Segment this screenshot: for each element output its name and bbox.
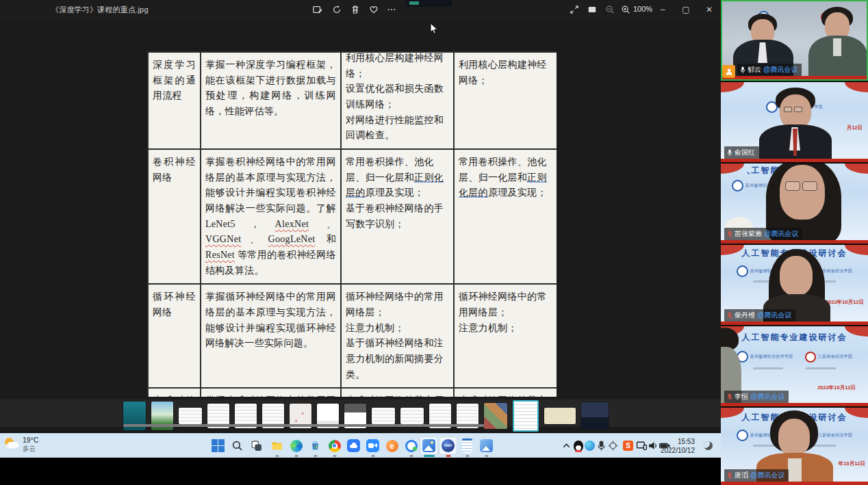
school-logo-right (805, 352, 816, 363)
cell-objective: 掌握卷积神经网络中的常用网络层的基本原理与实现方法，能够设计并编程实现卷积神经网… (201, 149, 341, 284)
participant-name-tag: 柴丹维@腾讯会议 (724, 309, 795, 322)
store-icon[interactable] (307, 437, 324, 454)
cell-key: 常用卷积操作、池化层、归一化层和正则化层的原理及实现； (454, 149, 557, 284)
filmstrip-thumbnail[interactable] (544, 408, 576, 424)
notepad-icon[interactable] (459, 437, 476, 454)
cell-text: 循环神经网络中的常用网络层； 注意力机制； 基于循环神经网络和注意力机制的新闻摘… (346, 289, 449, 382)
maximize-button[interactable]: ▢ (674, 0, 698, 19)
participant-name: 李恒 (735, 392, 748, 402)
sogou-browser-icon[interactable]: e (383, 437, 400, 454)
cloud-drive-icon[interactable] (345, 437, 362, 454)
search-icon[interactable] (229, 437, 246, 454)
cell-topic: 深度学习框架的通用流程 (148, 52, 201, 149)
task-view-icon[interactable] (248, 437, 265, 454)
clock-time: 15:53 (661, 437, 695, 446)
cell-text: 常用卷积操作、池化层、归一化层和正则化层的原理及实现； 基于卷积神经网络的手写数… (346, 155, 449, 232)
weather-temp: 19°C (23, 436, 38, 445)
filmstrip-thumbnail[interactable] (400, 408, 424, 424)
participant-video-5[interactable]: 人工智能专业建设研讨会 苏州健雄职业技术学院 江苏财会职业学院 2022年10月… (721, 326, 868, 406)
screen: 《深度学习》课程的重点.jpg 100% – ▢ ✕ (0, 0, 868, 485)
table-row: 循环神经网络 掌握循环神经网络中的常用网络层的基本原理与实现方法，能够设计并编程… (148, 284, 557, 388)
zoom-in-icon[interactable] (620, 3, 632, 16)
participant-video-2[interactable]: 苏州健雄职业技术学院 月12日 俞国红 (721, 82, 868, 162)
photos-app-window: 《深度学习》课程的重点.jpg 100% – ▢ ✕ (0, 0, 721, 432)
photos-titlebar: 《深度学习》课程的重点.jpg 100% – ▢ ✕ (0, 0, 721, 19)
filmstrip-thumbnail[interactable] (372, 408, 395, 424)
edge-icon[interactable] (288, 437, 305, 454)
gallery-icon[interactable] (478, 437, 495, 454)
text-segment: GoogLeNet (268, 234, 316, 244)
cell-key: 循环神经网络中的常用网络层； 注意力机制； (454, 284, 557, 388)
cell-text: 利用核心层构建神经网 络； 设置优化器和损失函数训练网络； 对网络进行性能监控和… (346, 51, 449, 144)
participant-name-tag: 俞国红 (724, 146, 759, 159)
document-image: 深度学习框架的通用流程 掌握一种深度学习编程框架，能在该框架下进行数据加载与预处… (147, 51, 557, 397)
participant-video-3[interactable]: 人工智能专业建设研讨会 苏州健雄职业技术学院 苗张紫雅@腾讯会议 (721, 163, 868, 244)
edit-image-icon[interactable] (311, 3, 324, 16)
banner-date: 2022年10月12日 (817, 384, 856, 391)
close-button[interactable]: ✕ (698, 0, 721, 19)
banner-date-partial: 年10月12日 (839, 460, 865, 467)
filmstrip (0, 399, 721, 427)
participants-sidebar: 2022 郁云@腾讯会议 (721, 0, 868, 485)
weather-condition: 多云 (23, 445, 38, 452)
participant-name-tag: 李恒@腾讯会议 (724, 391, 789, 403)
cell-key: 生成对抗网络的基本原理； (454, 388, 557, 397)
minimize-button[interactable]: – (651, 0, 674, 19)
favorite-heart-icon[interactable] (368, 3, 380, 16)
participant-video-4[interactable]: 人工智能专业建设研讨会 苏州健雄职业技术学院 江苏财会职业学院 2022年10月… (721, 245, 868, 325)
school-name-right: 江苏财会职业学院 (818, 354, 852, 360)
text-segment: 原理及实现； (488, 187, 547, 198)
photos-app-icon-active[interactable] (420, 437, 437, 454)
participant-name: 苗张紫雅 (735, 229, 762, 239)
taskbar: 19°C 多云 e (0, 433, 721, 458)
participant-name: 郁云 (748, 65, 761, 75)
participant-suffix: @腾讯会议 (757, 311, 791, 320)
course-table: 深度学习框架的通用流程 掌握一种深度学习编程框架，能在该框架下进行数据加载与预处… (147, 51, 557, 397)
qq-browser-icon[interactable] (403, 437, 420, 454)
participant-video-6[interactable]: 人工智能专业建设研讨会 苏州健雄职业技术学院 江苏财会职业学院 年10月12日 … (721, 408, 868, 485)
filmstrip-thumbnail[interactable] (179, 408, 202, 424)
slideshow-icon[interactable] (586, 3, 598, 16)
cell-key: 利用核心层构建神经网络； (454, 52, 557, 149)
participant-name-tag: 唐滔@腾讯会议 (724, 469, 789, 482)
file-explorer-icon[interactable] (268, 437, 285, 454)
chrome-icon[interactable] (326, 437, 343, 454)
cell-content: 循环神经网络中的常用网络层； 注意力机制； 基于循环神经网络和注意力机制的新闻摘… (341, 284, 454, 388)
cell-content: 生成对抗网络的基本原理； 卷积生成对抗网络； 条件生成对抗网络 (341, 388, 454, 397)
filmstrip-thumbnail-selected[interactable] (513, 400, 539, 432)
taskbar-weather-widget[interactable]: 19°C 多云 (4, 436, 38, 452)
weather-icon (4, 437, 19, 451)
start-button[interactable] (209, 437, 227, 454)
text-segment: AlexNet (275, 219, 309, 229)
filmstrip-thumbnail[interactable] (484, 403, 507, 429)
cell-text: 生成对抗网络的基本原理； 卷积生成对抗网络； 条件生成对抗网络 (346, 393, 449, 397)
rotate-icon[interactable] (331, 3, 343, 16)
participant-name: 俞国红 (735, 148, 755, 157)
meeting-sphere-icon-active[interactable] (439, 437, 457, 454)
school-name-right: 江苏财会职业学院 (818, 432, 852, 438)
filmstrip-scrollbar[interactable] (123, 424, 485, 427)
taskbar-clock[interactable]: 15:53 2022/10/12 (661, 437, 695, 455)
zoom-level[interactable]: 100% (633, 5, 652, 13)
table-row: 生成对抗网络 掌握生成对抗网络中的常用网络层的基本原理与实现方法，能够设计并编程… (148, 388, 557, 397)
cell-topic: 生成对抗网络 (148, 388, 201, 397)
fullscreen-icon[interactable] (568, 3, 580, 16)
tencent-meeting-icon[interactable] (364, 437, 381, 454)
participant-video-1[interactable]: 2022 郁云@腾讯会议 (721, 0, 868, 81)
tray-night-light-icon[interactable] (700, 437, 717, 454)
zoom-out-icon[interactable] (604, 3, 616, 16)
school-logo-left (737, 430, 748, 441)
delete-icon[interactable] (349, 3, 361, 16)
school-logo-left (732, 180, 743, 192)
participant-suffix: @腾讯会议 (764, 229, 798, 239)
cell-topic: 循环神经网络 (148, 284, 201, 388)
participant-name-tag: 苗张紫雅@腾讯会议 (724, 228, 802, 240)
cell-content: 常用卷积操作、池化层、归一化层和正则化层的原理及实现； 基于卷积神经网络的手写数… (341, 149, 454, 284)
banner-date-partial: 月12日 (847, 124, 863, 131)
cell-objective: 掌握生成对抗网络中的常用网络层的基本原理与实现方法，能够设计并编程实现生成对抗神… (201, 388, 341, 397)
more-options-icon[interactable] (385, 3, 398, 16)
school-logo-left (737, 265, 748, 277)
meeting-floating-bar-edge (406, 0, 452, 7)
cell-content: 利用核心层构建神经网 络； 设置优化器和损失函数训练网络； 对网络进行性能监控和… (341, 52, 454, 149)
filmstrip-thumbnail[interactable] (581, 402, 609, 430)
